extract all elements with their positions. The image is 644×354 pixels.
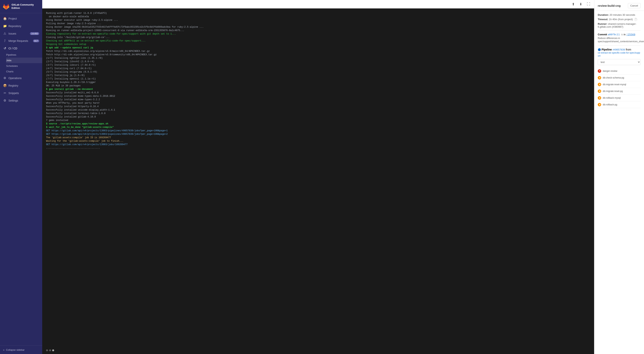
collapse-sidebar-button[interactable]: « Collapse sidebar [0,345,42,354]
terminal-line: 7 gems installed [46,119,590,122]
sidebar-item-repository[interactable]: 📁 Repository [0,22,42,30]
sidebar-item-settings[interactable]: ⚙ Settings [0,97,42,104]
sidebar-item-cicd[interactable]: ↺ CI / CD [0,45,42,52]
sidebar-item-label: Snippets [8,92,19,95]
copy-commit-icon[interactable]: ⧉ [621,33,623,36]
job-item[interactable]: ⏸db:rollback-pg [598,101,640,108]
job-list: ✕danger-review⏸db:check-schema-pg⏸db:mig… [598,68,640,108]
job-name: db:check-schema-pg [603,76,624,79]
sidebar-item-label: Settings [8,99,18,102]
sidebar-item-registry[interactable]: 📦 Registry [0,82,42,89]
terminal-line: ....................................... [46,146,590,150]
terminal-line: fetch http://dl-cdn.alpinelinux.org/alpi… [46,50,590,53]
terminal-line: fetch http://dl-cdn.alpinelinux.org/alpi… [46,53,590,57]
commit-in-label: in [624,33,626,36]
issues-icon: ⚠ [3,32,6,35]
terminal-line: GET https://gitlab.com/api/v4/projects/1… [46,132,590,136]
pipeline-branch-link[interactable]: ce-extract-ee-specific-code-for-spec/sup… [598,52,640,57]
right-panel: review-build-cng Cancel Duration: 20 min… [594,0,644,354]
duration-row: Duration: 20 minutes 30 seconds [598,14,640,16]
collapse-icon: « [3,348,4,351]
right-panel-header: review-build-cng Cancel [594,0,644,11]
pipeline-label: Pipeline [602,48,612,51]
timeout-help-icon[interactable]: ? [634,18,637,21]
right-panel-body: Duration: 20 minutes 30 seconds Timeout:… [594,11,644,111]
terminal-line: Successfully installed terminal-table-1.… [46,112,590,115]
job-name: danger-review [603,70,617,72]
job-item[interactable]: ⏸db:rollback-mysql [598,95,640,101]
stage-select[interactable]: test [598,59,640,65]
sidebar-item-label: Project [8,17,17,20]
sidebar-item-pipelines[interactable]: Pipelines [6,52,42,58]
terminal-line: Checking out a00f9c11 as ce-extract-ee-s… [46,39,590,43]
project-icon: 🏠 [3,17,6,20]
collapse-label: Collapse sidebar [6,348,24,351]
cicd-subnav: Pipelines Jobs Schedules Charts [0,52,42,74]
pipeline-link[interactable]: #49657839 [612,48,625,51]
job-item[interactable]: ✕danger-review [598,68,640,75]
job-status-icon: ⏸ [598,96,601,100]
commit-label: Commit [598,33,607,36]
sidebar-item-charts[interactable]: Charts [6,69,42,74]
issues-badge: 14,493 [30,32,39,35]
terminal-dot[interactable] [46,349,48,351]
terminal-line: Running with gitlab-runner 11.8.0 (4745a… [46,12,590,15]
job-status-icon: ⏸ [598,90,601,93]
terminal-line: Successfully installed mime-types-3.2.2 [46,98,590,101]
sidebar-item-issues[interactable]: ⚠ Issues 14,493 [0,30,42,37]
cicd-icon: ↺ [3,47,6,50]
cancel-button[interactable]: Cancel [628,3,640,8]
terminal-output: Running with gitlab-runner 11.8.0 (4745a… [42,9,594,347]
registry-icon: 📦 [3,84,6,87]
terminal-line: (7/7) Installing openssl (1.1.1a-r1) [46,77,590,81]
sidebar-item-jobs[interactable]: Jobs [6,58,42,63]
commit-mr-link[interactable]: !25569 [626,33,635,36]
schedules-label: Schedules [6,65,18,67]
terminal-line: When you HTTParty, you must party hard! [46,101,590,105]
sidebar-nav: 🏠 Project 📁 Repository ⚠ Issues 14,493 ⤴… [0,13,42,345]
timeout-row: Timeout: 1h 40m (from project) ? [598,18,640,21]
repository-icon: 📁 [3,24,6,28]
terminal-line: Running on runner-ed2dce3a-project-13083… [46,29,590,32]
runner-label: Runner: [598,23,607,25]
sidebar: GitLab Community Edition 🏠 Project 📁 Rep… [0,0,42,354]
divider-1 [598,31,640,31]
terminal-line: Pulling docker image ruby:2.5-alpine ... [46,22,590,25]
terminal-dot[interactable] [52,349,54,351]
sidebar-item-schedules[interactable]: Schedules [6,63,42,69]
job-name: db:migrate:reset-pg [603,90,623,93]
job-item[interactable]: ⏸db:check-schema-pg [598,75,640,81]
terminal-line: (1/7) Installing nghttp2-libs (1.35.1-r0… [46,57,590,60]
terminal-line: $ gem install gitlab --no-document [46,88,590,91]
commit-section: Commit a00f9c11 ⧉ in !25569 Reduce diffe… [598,33,640,43]
sidebar-item-project[interactable]: 🏠 Project [0,15,42,22]
terminal-dot[interactable] [49,349,51,351]
terminal-line: Using Docker executor with image ruby:2.… [46,19,590,22]
job-name: db:migrate:reset-mysql [603,83,626,86]
commit-hash[interactable]: a00f9c11 [608,33,620,36]
terminal-line: Skipping Git submodules setup [46,43,590,46]
sidebar-item-operations[interactable]: ⚙ Operations [0,74,42,82]
terminal-line: (6/7) Installing jq (1.6-r0) [46,74,590,77]
merge-requests-badge: 817 [33,40,39,42]
job-item[interactable]: ⏸db:migrate:reset-mysql [598,81,640,88]
settings-icon: ⚙ [3,99,6,102]
fullscreen-button[interactable]: ⛶ [585,1,592,7]
sidebar-item-snippets[interactable]: ✂ Snippets [0,89,42,97]
sidebar-item-merge-requests[interactable]: ⤴ Merge Requests 817 [0,37,42,45]
terminal-line: $ apk add --update openssl curl jq [46,46,590,50]
scroll-to-top-button[interactable]: ⬆ [570,1,576,7]
sidebar-item-label: Operations [8,77,22,80]
job-toolbar: ⬆ ⬇ ⛶ [42,0,594,9]
pipelines-label: Pipelines [6,53,16,56]
job-item[interactable]: ⏸db:migrate:reset-pg [598,88,640,95]
terminal-line: (4/7) Installing curl (7.64.0-r1) [46,67,590,70]
sidebar-item-label: Issues [8,32,16,35]
scroll-to-bottom-button[interactable]: ⬇ [578,1,584,7]
divider-2 [598,46,640,46]
job-status-icon: ⏸ [598,103,601,106]
gitlab-logo-icon [3,3,10,10]
terminal-line: Cloning into '/builds/gitlab-org/gitlab-… [46,36,590,39]
duration-label: Duration: [598,14,609,16]
terminal-line: Cloning repository for ce-extract-ee-spe… [46,32,590,36]
